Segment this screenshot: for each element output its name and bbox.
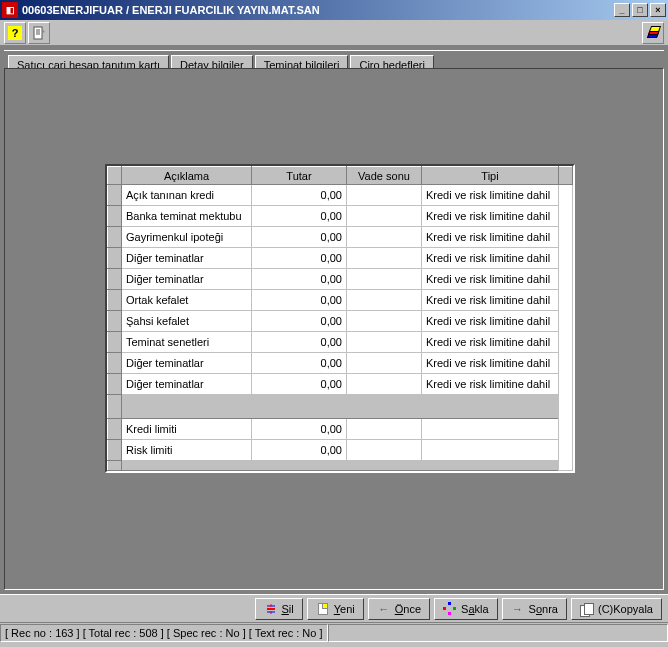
col-header-desc[interactable]: Açıklama [122, 167, 252, 185]
new-icon [316, 602, 330, 616]
cell-type[interactable]: Kredi ve risk limitine dahil [422, 248, 559, 269]
table-row[interactable]: Teminat senetleri0,00Kredi ve risk limit… [108, 332, 573, 353]
sakla-button[interactable]: Sakla [434, 598, 498, 620]
row-header[interactable] [108, 332, 122, 353]
row-header[interactable] [108, 311, 122, 332]
cell-desc[interactable]: Teminat senetleri [122, 332, 252, 353]
row-header[interactable] [108, 269, 122, 290]
cell-desc[interactable]: Gayrimenkul ipoteği [122, 227, 252, 248]
cell-due[interactable] [347, 290, 422, 311]
cell-desc[interactable]: Ortak kefalet [122, 290, 252, 311]
cell-due[interactable] [347, 185, 422, 206]
cell-type[interactable]: Kredi ve risk limitine dahil [422, 206, 559, 227]
cell-type[interactable]: Kredi ve risk limitine dahil [422, 227, 559, 248]
cell-amount[interactable]: 0,00 [252, 290, 347, 311]
table-row[interactable]: Açık tanınan kredi0,00Kredi ve risk limi… [108, 185, 573, 206]
summary-row[interactable]: Risk limiti0,00 [108, 440, 573, 461]
cell-desc[interactable]: Diğer teminatlar [122, 353, 252, 374]
cell-desc[interactable]: Diğer teminatlar [122, 374, 252, 395]
header-row: Açıklama Tutar Vade sonu Tipi [108, 167, 573, 185]
cell-due[interactable] [347, 206, 422, 227]
cell-amount[interactable]: 0,00 [252, 374, 347, 395]
cell-amount[interactable]: 0,00 [252, 269, 347, 290]
col-header-type[interactable]: Tipi [422, 167, 559, 185]
cell-type[interactable] [422, 419, 559, 440]
cell-type[interactable]: Kredi ve risk limitine dahil [422, 332, 559, 353]
help-button[interactable]: ? [4, 22, 26, 44]
col-header-due[interactable]: Vade sonu [347, 167, 422, 185]
cell-amount[interactable]: 0,00 [252, 311, 347, 332]
cell-desc[interactable]: Diğer teminatlar [122, 248, 252, 269]
cell-type[interactable]: Kredi ve risk limitine dahil [422, 290, 559, 311]
cell-type[interactable] [422, 440, 559, 461]
cell-due[interactable] [347, 248, 422, 269]
table-row[interactable]: Banka teminat mektubu0,00Kredi ve risk l… [108, 206, 573, 227]
row-header[interactable] [108, 374, 122, 395]
cell-amount[interactable]: 0,00 [252, 332, 347, 353]
layers-button[interactable] [642, 22, 664, 44]
row-header[interactable] [108, 206, 122, 227]
cell-desc[interactable]: Açık tanınan kredi [122, 185, 252, 206]
cell-due[interactable] [347, 419, 422, 440]
cell-type[interactable]: Kredi ve risk limitine dahil [422, 311, 559, 332]
layers-icon [646, 26, 660, 40]
cell-type[interactable]: Kredi ve risk limitine dahil [422, 269, 559, 290]
cell-amount[interactable]: 0,00 [252, 185, 347, 206]
table-row[interactable]: Diğer teminatlar0,00Kredi ve risk limiti… [108, 353, 573, 374]
help-icon: ? [8, 26, 22, 40]
data-grid[interactable]: Açıklama Tutar Vade sonu Tipi Açık tanın… [105, 164, 575, 473]
row-header[interactable] [108, 248, 122, 269]
scroll-track[interactable] [559, 185, 573, 471]
next-icon: → [511, 602, 525, 616]
cell-amount[interactable]: 0,00 [252, 227, 347, 248]
tab-content: Açıklama Tutar Vade sonu Tipi Açık tanın… [4, 68, 664, 590]
maximize-button[interactable]: □ [632, 3, 648, 17]
corner-cell [108, 167, 122, 185]
button-label: Sonra [529, 603, 558, 615]
document-button[interactable] [28, 22, 50, 44]
row-header[interactable] [108, 440, 122, 461]
cell-desc[interactable]: Diğer teminatlar [122, 269, 252, 290]
kopyala-button[interactable]: (C)Kopyala [571, 598, 662, 620]
row-header[interactable] [108, 419, 122, 440]
cell-amount[interactable]: 0,00 [252, 248, 347, 269]
cell-desc[interactable]: Banka teminat mektubu [122, 206, 252, 227]
button-label: Sil [282, 603, 294, 615]
once-button[interactable]: ← Önce [368, 598, 430, 620]
cell-amount[interactable]: 0,00 [252, 440, 347, 461]
cell-due[interactable] [347, 311, 422, 332]
close-button[interactable]: × [650, 3, 666, 17]
cell-desc[interactable]: Risk limiti [122, 440, 252, 461]
cell-type[interactable]: Kredi ve risk limitine dahil [422, 185, 559, 206]
cell-amount[interactable]: 0,00 [252, 419, 347, 440]
cell-type[interactable]: Kredi ve risk limitine dahil [422, 374, 559, 395]
button-label: Yeni [334, 603, 355, 615]
cell-due[interactable] [347, 353, 422, 374]
cell-amount[interactable]: 0,00 [252, 206, 347, 227]
table-row[interactable]: Diğer teminatlar0,00Kredi ve risk limiti… [108, 248, 573, 269]
table-row[interactable]: Diğer teminatlar0,00Kredi ve risk limiti… [108, 269, 573, 290]
row-header[interactable] [108, 353, 122, 374]
sil-button[interactable]: Sil [255, 598, 303, 620]
col-header-amount[interactable]: Tutar [252, 167, 347, 185]
sonra-button[interactable]: → Sonra [502, 598, 567, 620]
yeni-button[interactable]: Yeni [307, 598, 364, 620]
cell-due[interactable] [347, 332, 422, 353]
table-row[interactable]: Gayrimenkul ipoteği0,00Kredi ve risk lim… [108, 227, 573, 248]
cell-amount[interactable]: 0,00 [252, 353, 347, 374]
summary-row[interactable]: Kredi limiti0,00 [108, 419, 573, 440]
cell-desc[interactable]: Şahsi kefalet [122, 311, 252, 332]
cell-type[interactable]: Kredi ve risk limitine dahil [422, 353, 559, 374]
table-row[interactable]: Diğer teminatlar0,00Kredi ve risk limiti… [108, 374, 573, 395]
table-row[interactable]: Ortak kefalet0,00Kredi ve risk limitine … [108, 290, 573, 311]
minimize-button[interactable]: _ [614, 3, 630, 17]
cell-due[interactable] [347, 374, 422, 395]
cell-desc[interactable]: Kredi limiti [122, 419, 252, 440]
cell-due[interactable] [347, 440, 422, 461]
row-header[interactable] [108, 185, 122, 206]
table-row[interactable]: Şahsi kefalet0,00Kredi ve risk limitine … [108, 311, 573, 332]
cell-due[interactable] [347, 269, 422, 290]
cell-due[interactable] [347, 227, 422, 248]
row-header[interactable] [108, 290, 122, 311]
row-header[interactable] [108, 227, 122, 248]
